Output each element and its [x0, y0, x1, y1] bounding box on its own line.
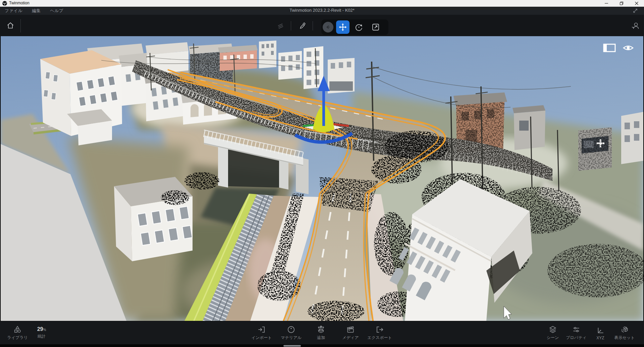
- material-button[interactable]: マテリアル: [276, 321, 306, 345]
- display-set-label: 表示セット: [614, 335, 635, 341]
- building-cross-sign: [578, 127, 612, 171]
- building-salmon: [218, 45, 258, 71]
- building-tall-white: [304, 46, 323, 89]
- stack-lines-button[interactable]: [276, 21, 285, 30]
- restore-icon: [620, 1, 624, 5]
- properties-sliders-icon: [572, 325, 581, 334]
- export-button[interactable]: エクスポート: [365, 321, 395, 345]
- panel-layout-toggle[interactable]: [603, 44, 616, 54]
- close-button[interactable]: [629, 0, 644, 7]
- import-icon: [257, 325, 266, 334]
- bottom-toolbar: ライブラリ 29% 統計 インポート マテリアル 追加: [0, 321, 644, 345]
- add-label: 追加: [317, 335, 325, 341]
- app-title: Twinmotion: [9, 1, 30, 5]
- media-button[interactable]: メディア: [335, 321, 366, 345]
- statistics-button[interactable]: 29% 統計: [26, 321, 57, 345]
- document-title: Twinmotion 2023.2.2-Revit - K02*: [0, 8, 644, 13]
- visibility-toggle[interactable]: [623, 44, 634, 53]
- building-back-2: [328, 58, 355, 93]
- properties-label: プロパティ: [566, 335, 586, 341]
- material-label: マテリアル: [281, 335, 301, 341]
- add-button[interactable]: 追加: [306, 321, 336, 345]
- scene-layers-icon: [548, 325, 557, 334]
- display-set-button[interactable]: 表示セット: [609, 321, 640, 345]
- close-icon: [635, 1, 639, 5]
- building-small-gray: [513, 105, 545, 150]
- viewport-3d-scene[interactable]: [1, 36, 643, 321]
- import-label: インポート: [251, 335, 272, 341]
- home-button[interactable]: [5, 20, 15, 30]
- scale-tool-icon: [371, 23, 380, 31]
- scene-label: シーン: [547, 335, 559, 341]
- eyedropper-icon: [299, 22, 307, 30]
- restore-button[interactable]: [614, 0, 629, 7]
- collaboration-button[interactable]: [630, 20, 641, 31]
- scene-render: [1, 36, 643, 321]
- taskbar-hint: [283, 345, 301, 347]
- back-button[interactable]: [323, 22, 333, 32]
- statistics-label: 統計: [38, 334, 46, 339]
- xyz-axis-icon: [596, 326, 605, 335]
- add-vegetation-icon: [317, 325, 325, 334]
- menubar: ファイル 編集 ヘルプ Twinmotion 2023.2.2-Revit - …: [0, 7, 644, 15]
- twinmotion-logo-icon: [2, 1, 7, 6]
- media-icon: [346, 325, 355, 334]
- export-label: エクスポート: [367, 335, 392, 341]
- expand-diagonal-icon[interactable]: [633, 8, 638, 13]
- rotate-tool-icon: [355, 23, 363, 31]
- library-label: ライブラリ: [7, 335, 28, 341]
- import-button[interactable]: インポート: [247, 321, 277, 345]
- bottom-strip: [0, 344, 644, 347]
- home-icon: [6, 21, 14, 29]
- stack-lines-icon: [276, 22, 284, 30]
- material-icon: [287, 325, 296, 334]
- titlebar: Twinmotion: [0, 0, 644, 7]
- xyz-label: XYZ: [596, 336, 604, 340]
- move-tool-button[interactable]: [336, 20, 350, 34]
- eye-visibility-icon: [623, 44, 634, 52]
- statistics-value: 29%: [37, 327, 46, 333]
- transform-tools-group: [321, 19, 388, 35]
- export-icon: [375, 325, 384, 334]
- back-arrow-icon: [325, 24, 331, 30]
- top-toolbar: [0, 15, 644, 36]
- move-tool-icon: [338, 23, 347, 31]
- building-far-right: [621, 112, 643, 164]
- building-back-1: [278, 51, 302, 80]
- eyedropper-button[interactable]: [298, 21, 308, 30]
- library-icon: [13, 325, 22, 334]
- house-foreground: [114, 177, 193, 261]
- minimize-icon: [604, 1, 608, 5]
- collaboration-person-icon: [631, 21, 640, 30]
- display-set-icon: [620, 325, 629, 334]
- scale-tool-button[interactable]: [370, 22, 381, 32]
- panel-layout-icon: [603, 44, 616, 52]
- minimize-button[interactable]: [599, 0, 614, 7]
- media-label: メディア: [342, 335, 359, 341]
- rotate-tool-button[interactable]: [354, 22, 364, 32]
